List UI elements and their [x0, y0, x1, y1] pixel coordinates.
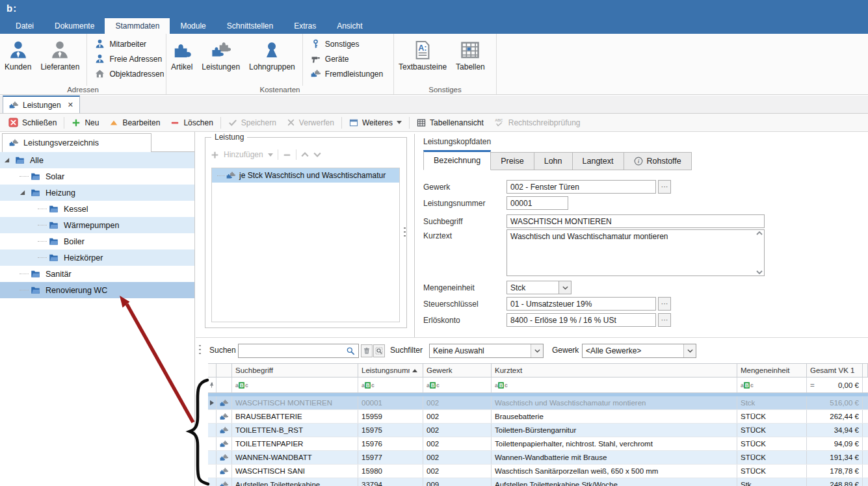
cell-gesamt[interactable]: 178,78 €	[807, 465, 863, 478]
expander-icon[interactable]	[4, 157, 14, 163]
cell-einheit[interactable]: STÜCK	[737, 451, 807, 464]
mengeneinheit-dropdown-button[interactable]	[559, 281, 572, 294]
freie-adressen-button[interactable]: Freie Adressen	[95, 54, 164, 64]
expander-icon[interactable]	[20, 190, 30, 196]
steuerschluessel-field[interactable]: 01 - Umsatzsteuer 19%	[506, 297, 656, 311]
grid-row-6[interactable]: WASCHTISCH SANI 15980 002 Waschtisch San…	[208, 465, 868, 478]
cell-gesamt[interactable]: 248,89 €	[807, 478, 863, 486]
cell-gesamt[interactable]: 94,09 €	[807, 437, 863, 450]
sonstiges-button[interactable]: Sonstiges	[311, 39, 383, 49]
cell-gesamt[interactable]: 34,94 €	[807, 424, 863, 437]
filter-cell-suchbegriff[interactable]: aBc	[232, 377, 358, 392]
search-icon[interactable]	[346, 346, 355, 355]
cell-gesamt[interactable]: 262,44 €	[807, 410, 863, 423]
menu-tab-datei[interactable]: Datei	[5, 18, 44, 34]
menu-tab-module[interactable]: Module	[170, 18, 216, 34]
leistungen-button[interactable]: Leistungen	[197, 34, 244, 71]
cell-gewerk[interactable]: 002	[423, 396, 492, 409]
column-header-gewerk[interactable]: Gewerk	[423, 364, 492, 377]
cell-suchbegriff[interactable]: WASCHTISCH MONTIEREN	[232, 396, 358, 409]
filter-cell-mengeneinheit[interactable]: aBc	[737, 377, 807, 392]
menu-tab-ansicht[interactable]: Ansicht	[326, 18, 373, 34]
cell-gewerk[interactable]: 002	[423, 437, 492, 450]
filter-cell-kurztext[interactable]: aBc	[492, 377, 737, 392]
filter-cell-gewerk[interactable]: aBc	[423, 377, 492, 392]
tree-node-renovierung-wc[interactable]: Renovierung WC	[0, 282, 194, 298]
suchfilter-combobox[interactable]: Keine Auswahl	[429, 344, 544, 358]
cell-gewerk[interactable]: 002	[423, 410, 492, 423]
tab-preise[interactable]: Preise	[490, 152, 534, 170]
erloeskonto-field[interactable]: 8400 - Erlöse 19 % / 16 % USt	[506, 313, 656, 327]
schliessen-button[interactable]: Schließen	[3, 118, 62, 127]
tree-node-waermepumpen[interactable]: Wärmepumpen	[0, 217, 194, 233]
tab-bezeichnung[interactable]: Bezeichnung	[423, 150, 491, 170]
filter-cell-gesamt[interactable]: = 0,00 €	[807, 377, 863, 392]
menu-tab-extras[interactable]: Extras	[283, 18, 326, 34]
grid-row-1[interactable]: WASCHTISCH MONTIEREN 00001 002 Waschtisc…	[208, 396, 868, 410]
gewerk-browse-button[interactable]: ···	[658, 180, 671, 194]
vertical-splitter-grip[interactable]	[404, 227, 406, 239]
weiteres-button[interactable]: Weiteres	[344, 118, 407, 127]
abc-filter-icon[interactable]: aBc	[741, 382, 754, 389]
cell-kurztext[interactable]: Toiletten-Bürstengarnitur	[492, 424, 737, 437]
tab-leistungen[interactable]: Leistungen ✕	[3, 96, 80, 113]
verwerfen-button[interactable]: Verwerfen	[282, 118, 339, 127]
cell-nummer[interactable]: 15977	[358, 451, 423, 464]
cell-gesamt[interactable]: 516,00 €	[807, 396, 863, 409]
cell-kurztext[interactable]: Brausebatterie	[492, 410, 737, 423]
cell-suchbegriff[interactable]: WASCHTISCH SANI	[232, 465, 358, 478]
plus-icon[interactable]	[211, 151, 219, 159]
tab-langtext[interactable]: Langtext	[572, 152, 624, 170]
tabellenansicht-button[interactable]: Tabellenansicht	[412, 118, 489, 127]
erloeskonto-browse-button[interactable]: ···	[658, 313, 671, 327]
column-header-mengeneinheit[interactable]: Mengeneinheit	[737, 364, 807, 377]
cell-nummer[interactable]: 15959	[358, 410, 423, 423]
gewerk-field[interactable]: 002 - Fenster Türen	[506, 180, 656, 194]
lieferanten-button[interactable]: Lieferanten	[36, 34, 84, 71]
artikel-button[interactable]: Artikel	[166, 34, 197, 71]
neu-button[interactable]: Neu	[66, 118, 104, 127]
search-in-grid-button[interactable]	[373, 344, 385, 357]
gewerk-combobox[interactable]: <Alle Gewerke>	[582, 344, 696, 358]
cell-suchbegriff[interactable]: Aufstellen Toilettenkabine	[232, 478, 358, 486]
menu-tab-stammdaten[interactable]: Stammdaten	[105, 18, 170, 34]
cell-nummer[interactable]: 00001	[358, 396, 423, 409]
filter-cell-leistungsnummer[interactable]: aBc	[358, 377, 423, 392]
kunden-button[interactable]: Kunden	[0, 34, 36, 71]
scroll-up-icon[interactable]	[756, 231, 763, 235]
cell-einheit[interactable]: STÜCK	[737, 437, 807, 450]
tree-node-sanitaer[interactable]: Sanitär	[0, 266, 194, 282]
tab-lohn[interactable]: Lohn	[534, 152, 573, 170]
leistungsnummer-field[interactable]: 00001	[506, 196, 568, 210]
cell-suchbegriff[interactable]: BRAUSEBATTERIE	[232, 410, 358, 423]
grid-row-2[interactable]: BRAUSEBATTERIE 15959 002 Brausebatterie …	[208, 410, 868, 424]
abc-filter-icon[interactable]: aBc	[427, 382, 440, 389]
lohngruppen-button[interactable]: Lohngruppen	[244, 34, 300, 71]
geraete-button[interactable]: Geräte	[311, 54, 383, 64]
toolbar-drag-grip[interactable]	[199, 345, 201, 356]
cell-einheit[interactable]: Stck	[737, 396, 807, 409]
menu-tab-dokumente[interactable]: Dokumente	[44, 18, 105, 34]
mitarbeiter-button[interactable]: Mitarbeiter	[95, 39, 164, 49]
rechtschreibpruefung-button[interactable]: Rechtschreibprüfung	[489, 118, 586, 127]
cell-suchbegriff[interactable]: TOILETTEN-B_RST	[232, 424, 358, 437]
suchbegriff-field[interactable]: WASCHTISCH MONTIEREN	[506, 214, 765, 228]
cell-gewerk[interactable]: 002	[423, 465, 492, 478]
column-header-kurztext[interactable]: Kurztext	[492, 364, 737, 377]
speichern-button[interactable]: Speichern	[223, 118, 282, 127]
bearbeiten-button[interactable]: Bearbeiten	[104, 118, 165, 127]
cell-nummer[interactable]: 15976	[358, 437, 423, 450]
grid-row-3[interactable]: TOILETTEN-B_RST 15975 002 Toiletten-Bürs…	[208, 424, 868, 437]
fremdleistungen-button[interactable]: Fremdleistungen	[311, 69, 383, 79]
steuerschluessel-browse-button[interactable]: ···	[658, 297, 671, 311]
cell-einheit[interactable]: STÜCK	[737, 465, 807, 478]
hinzufuegen-button[interactable]: Hinzufügen	[224, 150, 263, 159]
cell-einheit[interactable]: STÜCK	[737, 424, 807, 437]
tree-node-boiler[interactable]: Boiler	[0, 233, 194, 249]
tree-node-kessel[interactable]: Kessel	[0, 201, 194, 217]
cell-suchbegriff[interactable]: TOILETTENPAPIER	[232, 437, 358, 450]
tree-node-alle[interactable]: Alle	[0, 152, 194, 168]
grid-row-5[interactable]: WANNEN-WANDBATT 15977 002 Wannen-Wandbat…	[208, 451, 868, 465]
cell-kurztext[interactable]: Toilettenpapierhalter, nichtrost. Stahl,…	[492, 437, 737, 450]
tabellen-button[interactable]: Tabellen	[451, 34, 490, 71]
